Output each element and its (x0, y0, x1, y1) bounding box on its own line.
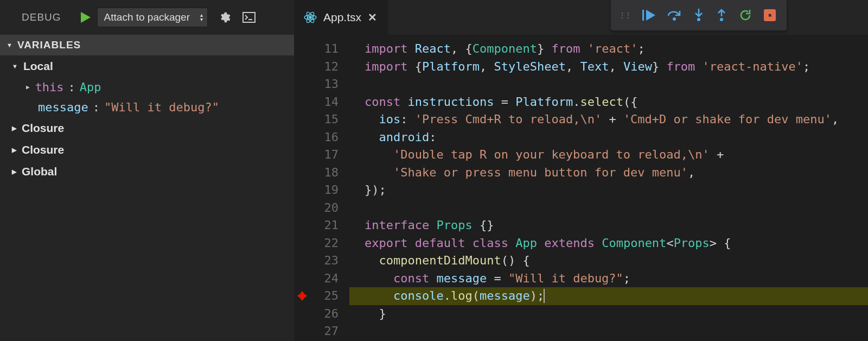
line-number: 15 (310, 111, 339, 129)
chevron-right-icon: ▶ (12, 125, 16, 132)
code-line[interactable]: const message = "Will it debug?"; (365, 270, 868, 288)
chevron-right-icon: ▶ (12, 147, 16, 154)
debug-console-button[interactable] (238, 10, 260, 25)
scope-global[interactable]: ▶ Global (0, 161, 294, 182)
caret-updown-icon: ▴▾ (200, 13, 203, 22)
scope-closure[interactable]: ▶ Closure (0, 117, 294, 139)
code-line[interactable]: import {Platform, StyleSheet, Text, View… (365, 58, 868, 76)
svg-marker-0 (81, 12, 91, 23)
debug-settings-button[interactable] (214, 9, 235, 26)
line-number: 21 (310, 217, 339, 235)
close-tab-button[interactable]: ✕ (368, 11, 377, 24)
code-line[interactable] (365, 323, 868, 340)
code-line[interactable]: ios: 'Press Cmd+R to reload,\n' + 'Cmd+D… (365, 111, 868, 129)
code-line[interactable]: componentDidMount() { (365, 252, 868, 270)
debug-console-icon (242, 12, 256, 23)
line-number: 14 (310, 93, 339, 111)
chevron-down-icon: ▼ (7, 42, 13, 48)
chevron-right-icon: ▶ (26, 84, 30, 91)
code-line[interactable]: }); (365, 181, 868, 199)
editor-tab[interactable]: App.tsx ✕ (294, 0, 388, 35)
variable-value: App (80, 80, 101, 94)
stop-icon (764, 9, 776, 21)
code-line[interactable] (365, 75, 868, 93)
code-line[interactable]: 'Shake or press menu button for dev menu… (365, 164, 868, 182)
scope-label: Local (23, 60, 53, 73)
code-line[interactable]: const instructions = Platform.select({ (365, 93, 868, 111)
debug-header-label: DEBUG (22, 11, 61, 23)
line-number: 17 (310, 146, 339, 164)
step-out-button[interactable] (716, 9, 727, 22)
debug-toolbar[interactable]: ⋮⋮ (611, 0, 787, 30)
code-line[interactable] (365, 199, 868, 217)
breakpoint-marker[interactable] (298, 292, 307, 300)
code-editor[interactable]: 1112131415161718192021222324252627 impor… (294, 35, 868, 341)
line-number: 11 (310, 40, 339, 58)
debug-config-label: Attach to packager (104, 11, 190, 23)
continue-icon (642, 10, 655, 21)
restart-icon (739, 9, 752, 22)
gear-icon (219, 11, 231, 23)
variable-value: "Will it debug?" (104, 100, 219, 114)
variable-name: this (35, 80, 64, 94)
code-line[interactable]: export default class App extends Compone… (365, 235, 868, 252)
step-into-icon (693, 9, 704, 22)
stop-button[interactable] (764, 9, 776, 21)
code-line[interactable]: console.log(message); (365, 287, 868, 305)
line-number: 19 (310, 181, 339, 199)
svg-marker-7 (646, 10, 655, 21)
debug-sidebar: DEBUG Attach to packager ▴▾ ▼ VARIABLES … (0, 0, 294, 341)
variable-row[interactable]: ▶ this: App (0, 77, 294, 97)
grip-icon[interactable]: ⋮⋮ (618, 11, 630, 20)
step-over-icon (667, 9, 681, 21)
variable-row[interactable]: message: "Will it debug?" (0, 97, 294, 117)
code-content[interactable]: import React, {Component} from 'react';i… (349, 35, 868, 341)
breakpoint-gutter[interactable] (294, 35, 310, 341)
scope-label: Global (22, 165, 57, 178)
code-line[interactable]: 'Double tap R on your keyboard to reload… (365, 146, 868, 164)
chevron-down-icon: ▼ (12, 63, 18, 70)
step-out-icon (716, 9, 727, 22)
continue-button[interactable] (642, 10, 655, 21)
play-icon (81, 12, 91, 23)
line-number: 24 (310, 270, 339, 288)
step-over-button[interactable] (667, 9, 681, 21)
scope-label: Closure (22, 122, 64, 135)
debug-config-select[interactable]: Attach to packager ▴▾ (97, 8, 208, 27)
line-number-gutter: 1112131415161718192021222324252627 (310, 35, 349, 341)
scope-label: Closure (22, 143, 64, 156)
svg-point-10 (720, 18, 723, 21)
scope-closure[interactable]: ▶ Closure (0, 139, 294, 161)
variables-section-label: VARIABLES (17, 39, 81, 51)
line-number: 12 (310, 58, 339, 76)
line-number: 16 (310, 129, 339, 147)
line-number: 18 (310, 164, 339, 182)
line-number: 13 (310, 75, 339, 93)
svg-point-9 (697, 18, 700, 21)
debug-header: DEBUG Attach to packager ▴▾ (0, 0, 294, 35)
svg-rect-1 (243, 12, 255, 22)
line-number: 20 (310, 199, 339, 217)
code-line[interactable]: android: (365, 129, 868, 147)
editor-pane: App.tsx ✕ ⋮⋮ 111213141516171819202122232… (294, 0, 868, 341)
svg-point-8 (673, 17, 676, 21)
variables-section-header[interactable]: ▼ VARIABLES (0, 35, 294, 55)
line-number: 25 (310, 287, 339, 305)
tab-filename: App.tsx (323, 11, 361, 24)
restart-button[interactable] (739, 9, 752, 22)
code-line[interactable]: import React, {Component} from 'react'; (365, 40, 868, 58)
scope-local[interactable]: ▼ Local (0, 55, 294, 77)
start-debug-button[interactable] (78, 12, 94, 23)
text-cursor (544, 289, 545, 303)
line-number: 27 (310, 323, 339, 340)
code-line[interactable]: interface Props {} (365, 217, 868, 235)
step-into-button[interactable] (693, 9, 704, 22)
svg-rect-6 (642, 10, 644, 21)
variable-name: message (38, 100, 88, 114)
chevron-right-icon: ▶ (12, 168, 16, 175)
line-number: 22 (310, 235, 339, 252)
code-line[interactable]: } (365, 305, 868, 323)
line-number: 23 (310, 252, 339, 270)
svg-point-2 (309, 16, 311, 18)
react-icon (304, 11, 317, 24)
